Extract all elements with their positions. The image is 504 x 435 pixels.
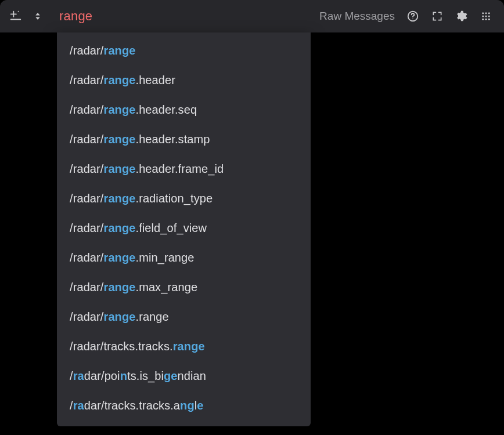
svg-point-11 [488, 16, 490, 17]
search-field-wrap [51, 9, 314, 24]
autocomplete-item[interactable]: /radar/range.header.frame_id [57, 154, 311, 184]
svg-point-7 [485, 12, 487, 14]
svg-point-6 [482, 12, 484, 14]
autocomplete-item[interactable]: /radar/range.range [57, 302, 311, 332]
toolbar-right: Raw Messages [319, 9, 496, 24]
diff-icon[interactable] [8, 9, 23, 24]
toolbar: Raw Messages [0, 0, 504, 32]
autocomplete-item[interactable]: /radar/range.field_of_view [57, 213, 311, 243]
autocomplete-item[interactable]: /radar/range.radiation_type [57, 184, 311, 213]
svg-point-13 [485, 19, 487, 20]
sort-icon[interactable] [30, 9, 45, 24]
svg-point-14 [488, 19, 490, 20]
svg-point-12 [482, 19, 484, 20]
svg-point-5 [412, 19, 413, 19]
autocomplete-item[interactable]: /radar/points.is_bigendian [57, 361, 311, 391]
autocomplete-item[interactable]: /radar/range.min_range [57, 243, 311, 273]
expand-icon[interactable] [430, 9, 445, 24]
topic-search-input[interactable] [59, 9, 314, 24]
app-root: Raw Messages [0, 0, 504, 435]
autocomplete-item[interactable]: /radar/range.header.seq [57, 95, 311, 125]
svg-point-9 [482, 16, 484, 17]
autocomplete-item[interactable]: /radar/range.header [57, 66, 311, 95]
gear-icon[interactable] [454, 9, 469, 24]
svg-point-10 [485, 16, 487, 17]
toolbar-left [8, 9, 45, 24]
raw-messages-label[interactable]: Raw Messages [319, 10, 395, 23]
grid-icon[interactable] [478, 9, 494, 24]
autocomplete-item[interactable]: /radar/range.header.stamp [57, 125, 311, 154]
autocomplete-item[interactable]: /radar/range [57, 36, 311, 66]
autocomplete-item[interactable]: /radar/tracks.tracks.angle [57, 391, 311, 420]
autocomplete-dropdown: /radar/range/radar/range.header/radar/ra… [57, 32, 311, 426]
autocomplete-item[interactable]: /radar/tracks.tracks.range [57, 332, 311, 361]
autocomplete-item[interactable]: /radar/range.max_range [57, 273, 311, 302]
svg-point-8 [488, 12, 490, 14]
help-circle-icon[interactable] [405, 9, 420, 24]
